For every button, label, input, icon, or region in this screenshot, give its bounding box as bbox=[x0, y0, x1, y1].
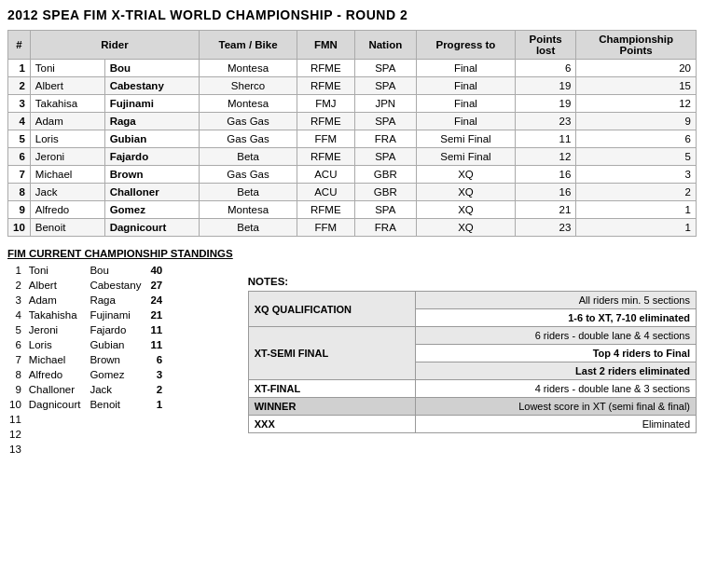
standing-last: Jack bbox=[88, 382, 148, 397]
nation: FRA bbox=[354, 130, 416, 148]
note-detail3: Last 2 riders eliminated bbox=[416, 362, 697, 380]
standing-points: 11 bbox=[148, 322, 170, 337]
standing-points: 21 bbox=[148, 308, 170, 322]
points-lost: 21 bbox=[515, 201, 575, 219]
standing-points: 1 bbox=[148, 397, 170, 412]
champ-points: 20 bbox=[576, 60, 697, 77]
points-lost: 23 bbox=[515, 219, 575, 237]
progress: Semi Final bbox=[416, 130, 515, 148]
notes-section: NOTES: XQ QUALIFICATION All riders min. … bbox=[248, 276, 697, 433]
standings-row: 12 bbox=[7, 427, 170, 442]
team: Beta bbox=[200, 219, 297, 237]
team: Gas Gas bbox=[200, 130, 297, 148]
note-label: XXX bbox=[248, 416, 415, 433]
col-header-points-lost: Pointslost bbox=[515, 31, 575, 60]
points-lost: 16 bbox=[515, 184, 575, 201]
table-row: 3 Takahisa Fujinami Montesa FMJ JPN Fina… bbox=[8, 95, 697, 113]
progress: XQ bbox=[416, 219, 515, 237]
team: Montesa bbox=[200, 60, 297, 77]
standing-last: Cabestany bbox=[88, 278, 148, 293]
standing-first: Albert bbox=[27, 278, 89, 293]
table-row: 2 Albert Cabestany Sherco RFME SPA Final… bbox=[8, 77, 697, 95]
nation: JPN bbox=[354, 95, 416, 113]
standing-last bbox=[88, 442, 148, 457]
champ-points: 15 bbox=[576, 77, 697, 95]
note-label: XQ QUALIFICATION bbox=[248, 292, 415, 327]
standing-last bbox=[88, 427, 148, 442]
note-detail: Lowest score in XT (semi final & final) bbox=[416, 398, 697, 416]
nation: SPA bbox=[354, 60, 416, 77]
rider-first: Jack bbox=[30, 184, 104, 201]
rider-first: Albert bbox=[30, 77, 104, 95]
rider-first: Takahisa bbox=[30, 95, 104, 113]
col-header-nation: Nation bbox=[354, 31, 416, 60]
note-detail: All riders min. 5 sections bbox=[416, 292, 697, 309]
row-num: 2 bbox=[8, 77, 31, 95]
standings-title: FIM CURRENT CHAMPIONSHIP STANDINGS bbox=[7, 248, 233, 259]
standing-pos: 2 bbox=[7, 278, 27, 293]
standing-last: Brown bbox=[88, 352, 148, 367]
rider-last: Fajardo bbox=[104, 148, 200, 166]
standings-row: 13 bbox=[7, 442, 170, 457]
notes-row: XQ QUALIFICATION All riders min. 5 secti… bbox=[248, 292, 696, 309]
standing-points: 3 bbox=[148, 367, 170, 382]
notes-row: XXX Eliminated bbox=[248, 416, 696, 433]
notes-title: NOTES: bbox=[248, 276, 697, 287]
team: Montesa bbox=[200, 95, 297, 113]
standing-first: Dagnicourt bbox=[27, 397, 89, 412]
note-detail2: 1-6 to XT, 7-10 eliminated bbox=[416, 309, 697, 327]
standings-row: 5 Jeroni Fajardo 11 bbox=[7, 322, 170, 337]
standing-points bbox=[148, 412, 170, 427]
note-label: XT-SEMI FINAL bbox=[248, 327, 415, 380]
bottom-section: FIM CURRENT CHAMPIONSHIP STANDINGS 1 Ton… bbox=[7, 248, 697, 457]
table-row: 4 Adam Raga Gas Gas RFME SPA Final 23 9 bbox=[8, 113, 697, 130]
standing-last: Fajardo bbox=[88, 322, 148, 337]
col-header-rider: Rider bbox=[30, 31, 199, 60]
rider-first: Michael bbox=[30, 166, 104, 184]
table-row: 8 Jack Challoner Beta ACU GBR XQ 16 2 bbox=[8, 184, 697, 201]
row-num: 1 bbox=[8, 60, 31, 77]
nation: FRA bbox=[354, 219, 416, 237]
nation: SPA bbox=[354, 77, 416, 95]
row-num: 6 bbox=[8, 148, 31, 166]
rider-last: Raga bbox=[104, 113, 200, 130]
standings-table: 1 Toni Bou 40 2 Albert Cabestany 27 3 Ad… bbox=[7, 263, 170, 457]
note-label: XT-FINAL bbox=[248, 380, 415, 398]
fmn: FFM bbox=[297, 219, 354, 237]
rider-last: Brown bbox=[104, 166, 200, 184]
standing-first: Loris bbox=[27, 337, 89, 352]
col-header-champ-points: ChampionshipPoints bbox=[576, 31, 697, 60]
standing-points: 2 bbox=[148, 382, 170, 397]
champ-points: 5 bbox=[576, 148, 697, 166]
table-row: 6 Jeroni Fajardo Beta RFME SPA Semi Fina… bbox=[8, 148, 697, 166]
champ-points: 6 bbox=[576, 130, 697, 148]
rider-last: Bou bbox=[104, 60, 200, 77]
points-lost: 16 bbox=[515, 166, 575, 184]
champ-points: 1 bbox=[576, 219, 697, 237]
standings-row: 3 Adam Raga 24 bbox=[7, 293, 170, 308]
standing-first bbox=[27, 412, 89, 427]
standing-points: 11 bbox=[148, 337, 170, 352]
results-table: # Rider Team / Bike FMN Nation Progress … bbox=[7, 30, 697, 237]
standing-points: 24 bbox=[148, 293, 170, 308]
table-row: 10 Benoit Dagnicourt Beta FFM FRA XQ 23 … bbox=[8, 219, 697, 237]
note-detail: 6 riders - double lane & 4 sections bbox=[416, 327, 697, 345]
champ-points: 2 bbox=[576, 184, 697, 201]
page-title: 2012 SPEA FIM X-TRIAL WORLD CHAMPIONSHIP… bbox=[7, 7, 697, 22]
rider-last: Fujinami bbox=[104, 95, 200, 113]
standing-pos: 7 bbox=[7, 352, 27, 367]
team: Gas Gas bbox=[200, 166, 297, 184]
standing-first: Alfredo bbox=[27, 367, 89, 382]
standings-row: 11 bbox=[7, 412, 170, 427]
fmn: FFM bbox=[297, 130, 354, 148]
team: Sherco bbox=[200, 77, 297, 95]
standing-pos: 11 bbox=[7, 412, 27, 427]
standing-first bbox=[27, 427, 89, 442]
row-num: 10 bbox=[8, 219, 31, 237]
rider-first: Toni bbox=[30, 60, 104, 77]
standing-pos: 5 bbox=[7, 322, 27, 337]
standing-first: Challoner bbox=[27, 382, 89, 397]
standing-pos: 3 bbox=[7, 293, 27, 308]
rider-last: Gomez bbox=[104, 201, 200, 219]
row-num: 3 bbox=[8, 95, 31, 113]
